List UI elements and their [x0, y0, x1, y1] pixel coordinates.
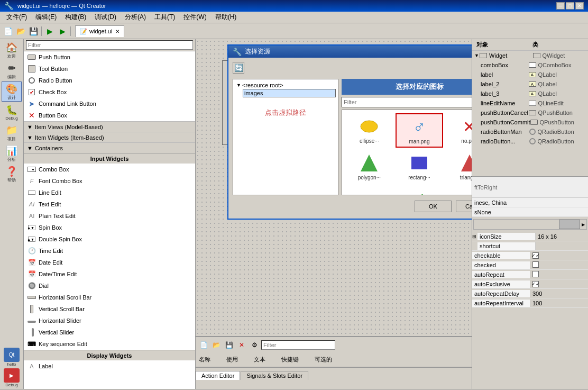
tree-item-radio-woman[interactable]: radioButton... QRadioButton [479, 137, 588, 146]
props-scrollbar[interactable]: ▶ [473, 219, 587, 230]
widget-item-spin-box[interactable]: ▲▼ Spin Box [24, 222, 195, 233]
tree-item-lineedit[interactable]: lineEditName QLineEdit [479, 98, 588, 108]
category-item-widgets[interactable]: ▼ Item Widgets (Item-Based) [24, 132, 195, 142]
debug-run-button[interactable]: ▶ [57, 25, 68, 37]
widget-item-push-button[interactable]: Push Button [24, 51, 195, 63]
category-input-widgets[interactable]: Input Widgets [24, 153, 195, 164]
prop-row-autoexclusive[interactable]: autoExclusive ✓ [472, 279, 588, 289]
widget-item-h-scrollbar[interactable]: Horizontal Scroll Bar [24, 292, 195, 303]
dialog-ok-button[interactable]: OK [415, 201, 452, 212]
menu-analyze[interactable]: 分析(A) [121, 12, 150, 23]
qt-tool-debug2[interactable]: ▶ Debug [2, 368, 22, 388]
save-button[interactable]: 💾 [27, 25, 39, 37]
widget-item-key-sequence[interactable]: ⌨ Key sequence Edit [24, 338, 195, 350]
widget-item-check-box[interactable]: ✔ Check Box [24, 86, 195, 98]
action-filter-input[interactable] [261, 340, 335, 350]
file-tab-close[interactable]: ✕ [115, 29, 120, 34]
widget-item-double-spin-box[interactable]: ▲▼ Double Spin Box [24, 233, 195, 245]
tree-item-label2[interactable]: label_2 A QLabel [479, 79, 588, 89]
menu-edit[interactable]: 编辑(E) [31, 12, 61, 23]
dialog-tree-images[interactable]: images [243, 89, 336, 97]
tree-item-radio-man[interactable]: radioButtonMan QRadioButton [479, 127, 588, 137]
widget-item-combo-box[interactable]: ▼ Combo Box [24, 164, 195, 175]
tree-item-label3[interactable]: label_3 A QLabel [479, 89, 588, 98]
icon-item-man[interactable]: ♂ man.png [396, 113, 444, 148]
icon-item-rectangle[interactable]: rectang··· [396, 150, 444, 183]
action-save-button[interactable]: 💾 [223, 339, 235, 351]
category-item-views[interactable]: ▼ Item Views (Model-Based) [24, 121, 195, 132]
dialog-refresh-button[interactable]: 🔄 [233, 62, 244, 74]
prop-row-iconsize[interactable]: ⊞ iconSize 16 x 16 [472, 232, 588, 241]
widget-item-v-scrollbar[interactable]: Vertical Scroll Bar [24, 303, 195, 315]
minimize-button[interactable]: ─ [556, 2, 565, 10]
tree-item-cancel-btn[interactable]: pushButtonCancel QPushButton [479, 108, 588, 117]
action-delete-button[interactable]: ✕ [236, 339, 247, 351]
icon-item-yes[interactable]: ✓ yes.png [396, 185, 444, 195]
widget-item-font-combo-box[interactable]: F Font Combo Box [24, 175, 195, 187]
prop-row-shortcut[interactable]: shortcut [472, 241, 588, 251]
widget-item-tool-button[interactable]: Tool Button [24, 63, 195, 75]
dialog-cancel-button[interactable]: Cancel [456, 201, 472, 212]
widget-item-v-slider[interactable]: Vertical Slider [24, 326, 195, 338]
checkbox-autoexclusive[interactable]: ✓ [532, 281, 539, 287]
file-tab-widget-ui[interactable]: 📝 widget.ui ✕ [75, 25, 124, 37]
menu-build[interactable]: 构建(B) [61, 12, 90, 23]
menu-debug[interactable]: 调试(D) [90, 12, 121, 23]
tab-signals-slots[interactable]: Signals & Slots Editor [241, 371, 308, 380]
open-button[interactable]: 📂 [15, 25, 26, 37]
widget-item-line-edit[interactable]: Line Edit [24, 187, 195, 198]
menu-help[interactable]: 帮助(H) [211, 12, 241, 23]
widget-item-command-link[interactable]: ➤ Command Link Button [24, 98, 195, 110]
qt-tool-edit[interactable]: ✏ 编辑 [2, 61, 22, 81]
prop-row-checkable[interactable]: checkable ✓ [472, 251, 588, 260]
icon-item-ellipse[interactable]: ellipse··· [345, 113, 393, 148]
icon-item-polygon[interactable]: polygon··· [345, 150, 393, 183]
qt-tool-debug[interactable]: 🐛 Debug [2, 102, 22, 122]
category-containers[interactable]: ▼ Containers [24, 142, 195, 153]
action-open-button[interactable]: 📂 [210, 339, 222, 351]
icon-item-triangle[interactable]: triangl··· [445, 150, 472, 183]
dialog-tree-root[interactable]: ▼ <resource root> [235, 81, 336, 89]
new-button[interactable]: 📄 [2, 25, 14, 37]
prop-row-autorepeatdelay[interactable]: autoRepeatDelay 300 [472, 289, 588, 298]
menu-widget[interactable]: 控件(W) [179, 12, 210, 23]
maximize-button[interactable]: □ [566, 2, 574, 10]
qt-tool-helloqrc[interactable]: Qt hello [2, 347, 22, 367]
checkbox-checkable[interactable]: ✓ [532, 252, 539, 259]
icon-item-woman[interactable]: ♀ woman.png [345, 185, 393, 195]
widget-item-datetime-edit[interactable]: 📅 Date/Time Edit [24, 268, 195, 280]
menu-tools[interactable]: 工具(T) [150, 12, 179, 23]
widget-item-h-slider[interactable]: Horizontal Slider [24, 315, 195, 326]
tree-item-label[interactable]: label A QLabel [479, 70, 588, 79]
action-settings-button[interactable]: ⚙ [249, 339, 260, 351]
tree-item-combobox[interactable]: comboBox QComboBox [479, 60, 588, 70]
widget-item-button-box[interactable]: ✕ Button Box [24, 110, 195, 121]
widget-item-time-edit[interactable]: 🕐 Time Edit [24, 245, 195, 257]
widget-item-label[interactable]: A Label [24, 360, 195, 372]
qt-tool-projects[interactable]: 📁 项目 [2, 123, 22, 143]
checkbox-autorepeat[interactable] [532, 271, 539, 277]
prop-row-autorepeat[interactable]: autoRepeat [472, 270, 588, 279]
checkbox-checked[interactable] [532, 261, 539, 268]
prop-row-checked[interactable]: checked [472, 260, 588, 270]
widget-filter-input[interactable] [26, 40, 193, 50]
close-button[interactable]: ✕ [575, 2, 584, 10]
widget-item-text-edit[interactable]: AI Text Edit [24, 198, 195, 210]
widget-item-dial[interactable]: 🔘 Dial [24, 280, 195, 292]
icon-item-no[interactable]: ✕ no.png [445, 113, 472, 148]
widget-item-radio-button[interactable]: Radio Button [24, 75, 195, 86]
run-button[interactable]: ▶ [44, 25, 56, 37]
dialog-filter-input[interactable] [342, 97, 472, 107]
qt-tool-help[interactable]: ❓ 帮助 [2, 164, 22, 184]
widget-item-plain-text-edit[interactable]: AI Plain Text Edit [24, 210, 195, 222]
qt-tool-design[interactable]: 🎨 设计 [2, 81, 22, 102]
menu-file[interactable]: 文件(F) [2, 12, 31, 23]
prop-row-autorepeatinterval[interactable]: autoRepeatInterval 100 [472, 298, 588, 308]
tree-item-widget[interactable]: ▼ Widget QWidget [472, 51, 588, 60]
tab-action-editor[interactable]: Action Editor [196, 371, 240, 380]
widget-item-date-edit[interactable]: 📅 Date Edit [24, 257, 195, 268]
category-display-widgets[interactable]: Display Widgets [24, 350, 195, 360]
action-new-button[interactable]: 📄 [198, 339, 209, 351]
qt-tool-welcome[interactable]: 🏠 欢迎 [2, 40, 22, 60]
tree-item-commit-btn[interactable]: pushButtonCommit QPushButton [479, 117, 588, 127]
